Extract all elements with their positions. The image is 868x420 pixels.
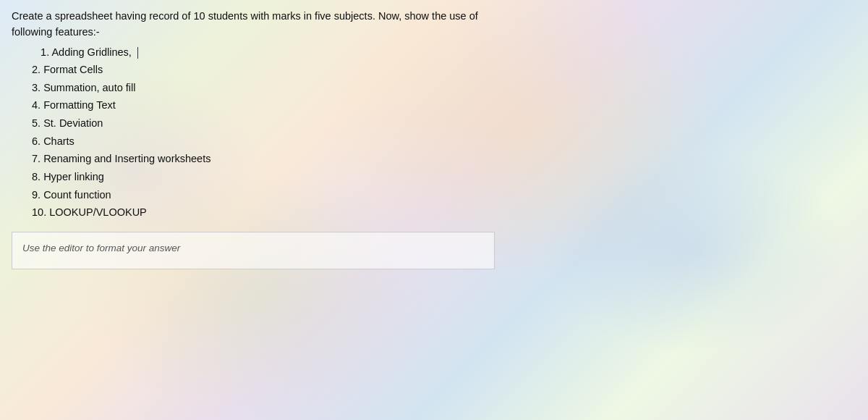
text-cursor (137, 47, 138, 59)
list-item-3: 3. Summation, auto fill (32, 79, 495, 97)
item-text: 1. (41, 46, 49, 58)
item-number: 3. (32, 82, 41, 93)
item-label: St. Deviation (43, 117, 103, 129)
item-number: 4. (32, 99, 41, 111)
item-label: Adding Gridlines, (51, 46, 131, 58)
item-label: Charts (43, 135, 75, 147)
item-label: Renaming and Inserting worksheets (43, 153, 210, 164)
list-item-4: 4. Formatting Text (32, 96, 495, 114)
list-item-5: 5. St. Deviation (32, 114, 495, 133)
numbered-list: 1. Adding Gridlines, 2. Format Cells 3. … (32, 43, 495, 222)
item-label: Summation, auto fill (43, 82, 135, 93)
item-label: Format Cells (43, 64, 103, 75)
question-intro: Create a spreadsheet having record of 10… (12, 9, 495, 41)
item-number: 5. (32, 117, 41, 129)
item-label: Count function (43, 189, 111, 201)
list-item-1: 1. Adding Gridlines, (32, 43, 495, 62)
answer-editor-box[interactable]: Use the editor to format your answer (12, 232, 495, 269)
item-number: 6. (32, 135, 41, 147)
list-item-6: 6. Charts (32, 133, 495, 151)
item-label: Hyper linking (43, 171, 104, 182)
item-number: 7. (32, 153, 41, 164)
item-number: 9. (32, 189, 41, 201)
item-number: 2. (32, 64, 41, 75)
item-label: Formatting Text (43, 99, 116, 111)
list-item-7: 7. Renaming and Inserting worksheets (32, 150, 495, 168)
list-item-2: 2. Format Cells (32, 61, 495, 79)
answer-placeholder: Use the editor to format your answer (22, 243, 180, 253)
item-label: LOOKUP/VLOOKUP (49, 206, 147, 218)
list-item-9: 9. Count function (32, 186, 495, 204)
item-number (32, 46, 38, 58)
item-number: 10. (32, 206, 46, 218)
item-number: 8. (32, 171, 41, 182)
list-item-10: 10. LOOKUP/VLOOKUP (32, 203, 495, 222)
list-item-8: 8. Hyper linking (32, 168, 495, 186)
